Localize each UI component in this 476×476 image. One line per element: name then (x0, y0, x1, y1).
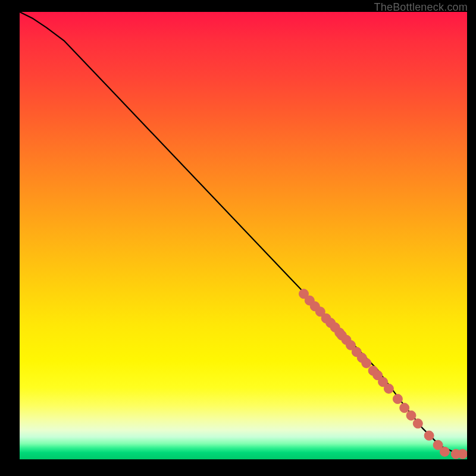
data-point (384, 384, 393, 393)
data-point (362, 358, 371, 368)
data-point (458, 449, 468, 459)
data-point (406, 411, 416, 420)
data-point (400, 403, 409, 413)
data-point (413, 419, 422, 428)
plot-area (20, 12, 467, 459)
chart-overlay (20, 12, 467, 459)
data-points (299, 289, 468, 459)
bottleneck-curve (20, 12, 467, 454)
credit-text: TheBottleneck.com (374, 1, 468, 14)
data-point (424, 431, 434, 440)
data-point (393, 394, 402, 404)
chart-container: TheBottleneck.com (0, 0, 476, 476)
data-point (440, 447, 449, 456)
